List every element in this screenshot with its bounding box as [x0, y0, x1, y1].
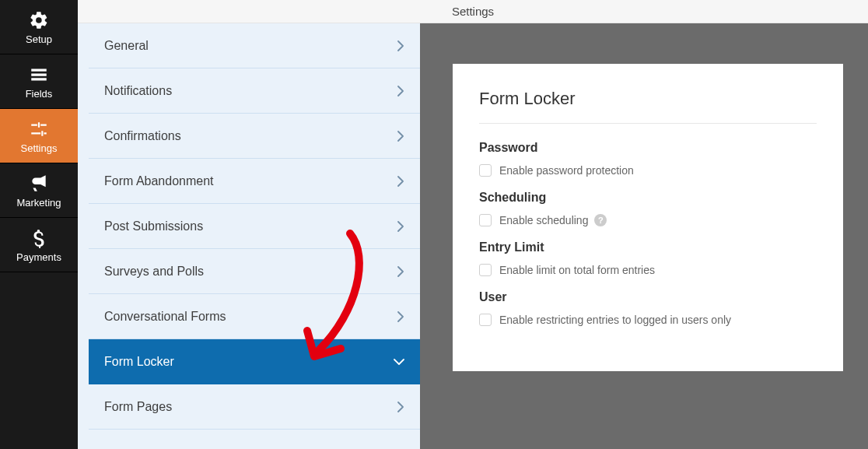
rail-setup[interactable]: Setup [0, 0, 78, 54]
section-label: Form Abandonment [104, 174, 214, 188]
section-label: Form Locker [104, 355, 174, 369]
rail-settings[interactable]: Settings [0, 109, 78, 163]
checkbox-label: Enable password protection [499, 164, 634, 177]
content-area: Form Locker Password Enable password pro… [420, 0, 868, 449]
section-form-locker[interactable]: Form Locker [89, 339, 420, 384]
checkbox-icon [479, 314, 492, 326]
checkbox-label: Enable restricting entries to logged in … [499, 314, 731, 326]
chevron-right-icon [397, 311, 404, 322]
checkbox-label: Enable limit on total form entries [499, 264, 655, 276]
rail-label: Setup [26, 33, 52, 45]
chevron-right-icon [397, 402, 404, 412]
enable-scheduling-checkbox[interactable]: Enable scheduling ? [479, 214, 817, 226]
rail-label: Marketing [16, 197, 61, 209]
help-icon[interactable]: ? [594, 214, 607, 226]
rail-marketing[interactable]: Marketing [0, 163, 78, 218]
panel-title: Form Locker [479, 89, 817, 124]
rail-label: Settings [21, 142, 58, 154]
section-label: Form Pages [104, 400, 172, 414]
scheduling-block: Scheduling Enable scheduling ? [479, 191, 817, 226]
scheduling-heading: Scheduling [479, 191, 817, 205]
settings-sections: General Notifications Confirmations Form… [78, 0, 420, 449]
dollar-icon [29, 228, 49, 248]
enable-entry-limit-checkbox[interactable]: Enable limit on total form entries [479, 264, 817, 276]
chevron-right-icon [397, 40, 404, 51]
entry-limit-heading: Entry Limit [479, 240, 817, 254]
password-heading: Password [479, 141, 817, 155]
checkbox-icon [479, 264, 492, 276]
rail-label: Fields [26, 88, 53, 100]
chevron-right-icon [397, 266, 404, 277]
section-label: Notifications [104, 84, 172, 98]
section-form-abandonment[interactable]: Form Abandonment [89, 159, 420, 204]
section-notifications[interactable]: Notifications [89, 68, 420, 114]
section-label: General [104, 39, 149, 53]
chevron-right-icon [397, 176, 404, 187]
enable-password-checkbox[interactable]: Enable password protection [479, 164, 817, 177]
section-post-submissions[interactable]: Post Submissions [89, 204, 420, 249]
bullhorn-icon [29, 174, 49, 194]
entry-limit-block: Entry Limit Enable limit on total form e… [479, 240, 817, 276]
rail-fields[interactable]: Fields [0, 54, 78, 109]
chevron-down-icon [394, 358, 404, 366]
sliders-icon [29, 119, 49, 139]
section-form-pages[interactable]: Form Pages [89, 384, 420, 430]
left-rail: Setup Fields Settings Marketing Payments [0, 0, 78, 449]
rail-payments[interactable]: Payments [0, 218, 78, 272]
chevron-right-icon [397, 221, 404, 232]
form-locker-panel: Form Locker Password Enable password pro… [453, 64, 843, 371]
enable-user-restrict-checkbox[interactable]: Enable restricting entries to logged in … [479, 314, 817, 326]
user-heading: User [479, 290, 817, 304]
section-label: Surveys and Polls [104, 265, 204, 279]
password-block: Password Enable password protection [479, 141, 817, 177]
section-conversational-forms[interactable]: Conversational Forms [89, 294, 420, 339]
page-title: Settings [452, 5, 494, 18]
section-label: Conversational Forms [104, 310, 226, 324]
chevron-right-icon [397, 131, 404, 142]
user-block: User Enable restricting entries to logge… [479, 290, 817, 326]
section-confirmations[interactable]: Confirmations [89, 114, 420, 159]
checkbox-icon [479, 164, 492, 177]
topbar: Settings [78, 0, 868, 23]
chevron-right-icon [397, 86, 404, 96]
checkbox-label: Enable scheduling [499, 214, 588, 226]
section-label: Confirmations [104, 129, 181, 143]
section-label: Post Submissions [104, 219, 203, 233]
rail-label: Payments [16, 251, 61, 263]
section-general[interactable]: General [89, 23, 420, 68]
checkbox-icon [479, 214, 492, 226]
list-icon [29, 65, 49, 85]
section-surveys-polls[interactable]: Surveys and Polls [89, 249, 420, 294]
gear-icon [29, 10, 49, 30]
